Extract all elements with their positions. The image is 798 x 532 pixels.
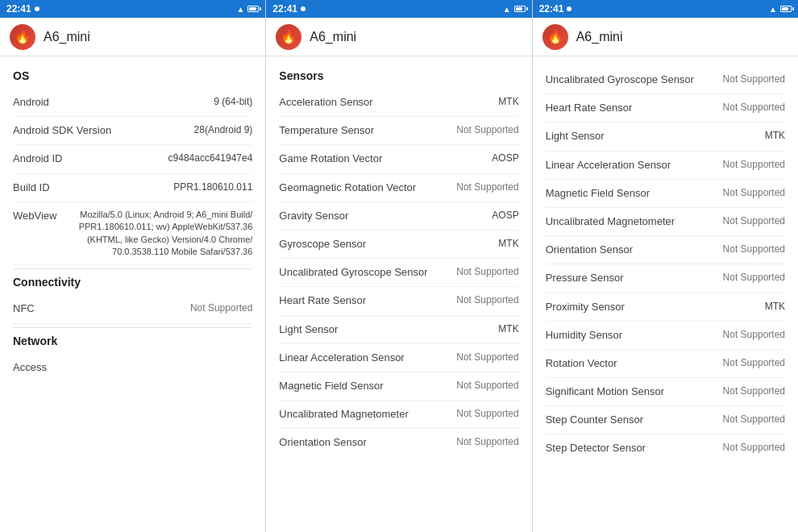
- info-value: Not Supported: [456, 351, 518, 364]
- content-area[interactable]: OSAndroid9 (64-bit)Android SDK Version28…: [0, 56, 265, 532]
- info-row: Uncalibrated Gyroscope SensorNot Support…: [546, 66, 785, 94]
- info-label: Step Detector Sensor: [546, 441, 723, 455]
- info-row: Geomagnetic Rotation VectorNot Supported: [279, 174, 518, 202]
- info-label: Light Sensor: [279, 322, 498, 337]
- status-bar-right: ▲: [236, 5, 259, 14]
- info-value: AOSP: [492, 152, 518, 165]
- status-time: 22:41: [6, 3, 31, 15]
- content-area[interactable]: SensorsAcceleration SensorMTKTemperature…: [266, 56, 531, 532]
- info-label: Android SDK Version: [13, 123, 194, 138]
- info-label: WebView: [13, 209, 56, 223]
- info-value: 28(Android 9): [194, 123, 253, 137]
- status-bar-left: 22:41: [6, 3, 39, 15]
- info-row: Magnetic Field SensorNot Supported: [546, 180, 785, 208]
- signal-icon: ▲: [503, 5, 511, 14]
- info-row: Humidity SensorNot Supported: [546, 322, 785, 350]
- info-label: Game Rotation Vector: [279, 152, 492, 166]
- battery-icon: [514, 6, 526, 12]
- info-value: Not Supported: [723, 356, 785, 370]
- info-label: NFC: [13, 301, 190, 316]
- status-bar-left: 22:41: [272, 3, 305, 15]
- status-time: 22:41: [539, 3, 564, 15]
- info-row: Gyroscope SensorMTK: [279, 231, 518, 259]
- info-value: Not Supported: [723, 413, 785, 426]
- info-label: Light Sensor: [546, 129, 765, 143]
- status-bar: 22:41 ▲: [266, 0, 531, 18]
- info-value: Not Supported: [723, 271, 785, 285]
- status-dot: [35, 6, 39, 11]
- info-label: Linear Acceleration Sensor: [546, 158, 723, 172]
- info-row: Rotation VectorNot Supported: [546, 350, 785, 378]
- info-row: Proximity SensorMTK: [546, 293, 785, 322]
- info-row: Build IDPPR1.180610.011: [13, 174, 252, 202]
- info-row: Step Detector SensorNot Supported: [546, 434, 785, 462]
- app-title: A6_mini: [310, 30, 356, 44]
- info-label: Uncalibrated Gyroscope Sensor: [546, 73, 723, 87]
- info-value: PPR1.180610.011: [173, 181, 252, 194]
- info-value: Not Supported: [723, 328, 785, 342]
- info-value: MTK: [765, 129, 785, 143]
- info-row: Significant Motion SensorNot Supported: [546, 378, 785, 406]
- info-label: Android ID: [13, 152, 168, 166]
- info-label: Significant Motion Sensor: [546, 384, 723, 399]
- info-value: MTK: [498, 95, 518, 109]
- status-bar: 22:41 ▲: [533, 0, 798, 18]
- signal-icon: ▲: [236, 5, 244, 14]
- info-value: Not Supported: [723, 384, 785, 398]
- info-label: Build ID: [13, 181, 173, 195]
- section-title-2: Network: [13, 335, 252, 347]
- battery-icon: [780, 6, 792, 12]
- info-row: Heart Rate SensorNot Supported: [279, 287, 518, 315]
- section-divider: [13, 268, 252, 269]
- info-label: Rotation Vector: [546, 356, 723, 371]
- info-label: Temperature Sensor: [279, 123, 456, 138]
- info-label: Uncalibrated Magnetometer: [279, 407, 456, 422]
- info-value: Not Supported: [723, 214, 785, 228]
- info-label: Access: [13, 360, 252, 375]
- app-icon: 🔥: [10, 24, 35, 50]
- panel-3: 22:41 ▲ 🔥 A6_mini Uncalibrated Gyroscope…: [533, 0, 798, 532]
- info-value: MTK: [765, 300, 785, 314]
- info-row: Uncalibrated MagnetometerNot Supported: [546, 208, 785, 236]
- info-label: Orientation Sensor: [546, 243, 723, 257]
- status-bar-right: ▲: [503, 5, 526, 14]
- battery-icon: [247, 6, 259, 12]
- status-bar-left: 22:41: [539, 3, 572, 15]
- info-row: Linear Acceleration SensorNot Supported: [279, 344, 518, 372]
- info-value: Not Supported: [456, 435, 518, 449]
- app-title: A6_mini: [576, 30, 623, 44]
- status-bar-right: ▲: [769, 5, 792, 14]
- info-row: Pressure SensorNot Supported: [546, 264, 785, 293]
- status-dot: [567, 6, 571, 11]
- info-label: Uncalibrated Magnetometer: [546, 214, 723, 229]
- info-label: Magnetic Field Sensor: [279, 379, 456, 393]
- section-title-0: OS: [13, 69, 252, 82]
- info-value: Not Supported: [456, 265, 518, 279]
- info-label: Heart Rate Sensor: [546, 101, 723, 115]
- info-value: Mozilla/5.0 (Linux; Android 9; A6_mini B…: [56, 209, 252, 259]
- info-row: Android SDK Version28(Android 9): [13, 117, 252, 145]
- info-value: Not Supported: [723, 243, 785, 256]
- app-bar: 🔥 A6_mini: [0, 18, 265, 56]
- info-label: Android: [13, 95, 214, 110]
- info-label: Orientation Sensor: [279, 435, 456, 450]
- section-title-1: Connectivity: [13, 276, 252, 289]
- info-row: Temperature SensorNot Supported: [279, 117, 518, 145]
- info-row: Linear Acceleration SensorNot Supported: [546, 152, 785, 180]
- info-label: Pressure Sensor: [546, 271, 723, 285]
- info-row: Uncalibrated Gyroscope SensorNot Support…: [279, 259, 518, 287]
- info-value: Not Supported: [456, 407, 518, 421]
- info-label: Heart Rate Sensor: [279, 293, 456, 308]
- info-row: Light SensorMTK: [546, 123, 785, 151]
- info-value: MTK: [498, 237, 518, 251]
- screen-container: 22:41 ▲ 🔥 A6_mini OSAndroid9 (64-bit)And…: [0, 0, 798, 532]
- info-row: Orientation SensorNot Supported: [279, 429, 518, 456]
- info-row: Android9 (64-bit): [13, 89, 252, 117]
- info-value: Not Supported: [723, 158, 785, 172]
- info-row: Android IDc9484acc641947e4: [13, 145, 252, 173]
- info-value: Not Supported: [456, 181, 518, 194]
- info-row: WebViewMozilla/5.0 (Linux; Android 9; A6…: [13, 202, 252, 266]
- content-area[interactable]: Uncalibrated Gyroscope SensorNot Support…: [533, 56, 798, 532]
- status-dot: [301, 6, 305, 11]
- section-title-0: Sensors: [279, 69, 518, 82]
